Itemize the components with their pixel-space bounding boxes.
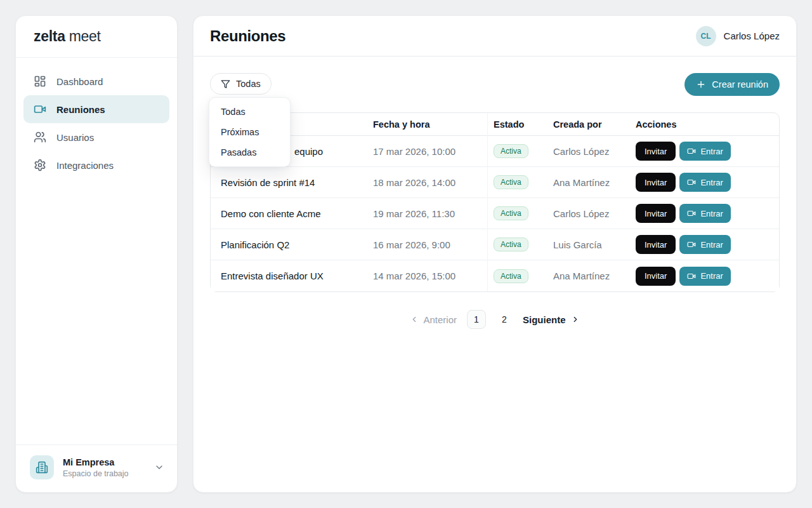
table-header-row: Fecha y hora Estado Creada por Acciones: [211, 113, 779, 136]
meeting-datetime: 17 mar 2026, 10:00: [373, 146, 494, 157]
page-title: Reuniones: [210, 27, 285, 45]
invite-button[interactable]: Invitar: [636, 173, 676, 192]
meeting-creator: Carlos López: [553, 208, 636, 219]
meeting-creator: Luis García: [553, 239, 636, 250]
sidebar-item-label: Reuniones: [56, 104, 105, 115]
sidebar-item-integraciones[interactable]: Integraciones: [23, 151, 169, 179]
table-row: Planificación Q2 16 mar 2026, 9:00 Activ…: [211, 229, 779, 260]
filter-button-label: Todas: [236, 79, 261, 89]
pagination-page-2[interactable]: 2: [496, 310, 513, 329]
video-camera-icon: [687, 272, 696, 281]
meeting-title: Entrevista diseñador UX: [211, 271, 373, 281]
status-badge: Activa: [494, 269, 528, 283]
table-row: Entrevista diseñador UX 14 mar 2026, 15:…: [211, 260, 779, 291]
meeting-title: Revisión de sprint #14: [211, 177, 373, 188]
sidebar-nav: Dashboard Reuniones Usuarios Integracion…: [16, 58, 177, 189]
filter-dropdown: Todas Próximas Pasadas: [209, 97, 291, 167]
invite-button[interactable]: Invitar: [636, 267, 676, 286]
workspace-name: Mi Empresa: [63, 457, 129, 467]
table-row: equipo 17 mar 2026, 10:00 Activa Carlos …: [211, 136, 779, 167]
chevron-right-icon: [571, 315, 580, 324]
video-camera-icon: [687, 240, 696, 249]
filter-funnel-icon: [221, 79, 230, 89]
video-camera-icon: [687, 209, 696, 218]
sidebar: zelta meet Dashboard Reuniones Usuarios …: [15, 15, 178, 493]
main-header: Reuniones CL Carlos López: [193, 16, 796, 57]
status-badge: Activa: [494, 206, 528, 220]
app-logo: zelta meet: [16, 16, 177, 58]
main-panel: Reuniones CL Carlos López Todas Crear re…: [193, 15, 797, 493]
join-button[interactable]: Entrar: [679, 204, 730, 223]
main-content: Todas Crear reunión Todas Próximas Pasad…: [193, 57, 796, 345]
filter-option-todas[interactable]: Todas: [209, 102, 290, 122]
pagination: Anterior 1 2 Siguiente: [210, 310, 780, 329]
table-row: Demo con cliente Acme 19 mar 2026, 11:30…: [211, 198, 779, 229]
status-badge: Activa: [494, 237, 528, 251]
building-icon: [30, 455, 54, 479]
meeting-title: Demo con cliente Acme: [211, 208, 373, 219]
filter-option-pasadas[interactable]: Pasadas: [209, 142, 290, 163]
filter-button[interactable]: Todas: [210, 73, 272, 95]
column-header-datetime: Fecha y hora: [373, 119, 494, 130]
meeting-creator: Ana Martínez: [553, 177, 636, 188]
meeting-datetime: 14 mar 2026, 15:00: [373, 271, 494, 281]
user-menu: CL Carlos López: [696, 26, 780, 46]
meeting-creator: Carlos López: [553, 146, 636, 157]
workspace-info: Mi Empresa Espacio de trabajo: [63, 457, 129, 478]
pagination-next[interactable]: Siguiente: [523, 314, 580, 325]
meeting-title: Planificación Q2: [211, 239, 373, 250]
create-meeting-button[interactable]: Crear reunión: [684, 73, 780, 96]
join-button[interactable]: Entrar: [679, 235, 730, 254]
video-camera-icon: [687, 147, 696, 156]
toolbar: Todas Crear reunión: [210, 73, 780, 96]
invite-button[interactable]: Invitar: [636, 235, 676, 254]
join-button[interactable]: Entrar: [679, 142, 730, 161]
gear-icon: [34, 159, 46, 171]
column-header-status: Estado: [494, 119, 553, 130]
join-button[interactable]: Entrar: [679, 267, 730, 286]
workspace-switcher[interactable]: Mi Empresa Espacio de trabajo: [16, 444, 177, 492]
column-header-actions: Acciones: [636, 119, 779, 130]
workspace-type: Espacio de trabajo: [63, 469, 129, 478]
video-camera-icon: [687, 178, 696, 187]
user-name: Carlos López: [724, 30, 780, 41]
join-button[interactable]: Entrar: [679, 173, 730, 192]
logo-bold: zelta: [34, 28, 65, 45]
sidebar-item-label: Usuarios: [56, 132, 94, 143]
sidebar-item-label: Dashboard: [56, 76, 103, 87]
pagination-page-1[interactable]: 1: [467, 310, 486, 329]
table-row: Revisión de sprint #14 18 mar 2026, 14:0…: [211, 167, 779, 198]
pagination-prev[interactable]: Anterior: [410, 314, 457, 325]
meeting-datetime: 19 mar 2026, 11:30: [373, 208, 494, 219]
chevron-down-icon: [154, 462, 164, 472]
dashboard-icon: [34, 75, 46, 88]
meeting-datetime: 16 mar 2026, 9:00: [373, 239, 494, 250]
invite-button[interactable]: Invitar: [636, 204, 676, 223]
create-meeting-label: Crear reunión: [712, 79, 768, 90]
status-badge: Activa: [494, 144, 528, 158]
meetings-table: Fecha y hora Estado Creada por Acciones …: [210, 112, 780, 292]
status-badge: Activa: [494, 175, 528, 189]
filter-option-proximas[interactable]: Próximas: [209, 122, 290, 142]
meeting-datetime: 18 mar 2026, 14:00: [373, 177, 494, 188]
video-camera-icon: [34, 103, 46, 116]
chevron-left-icon: [410, 315, 419, 324]
invite-button[interactable]: Invitar: [636, 142, 676, 161]
sidebar-item-dashboard[interactable]: Dashboard: [23, 67, 169, 95]
avatar: CL: [696, 26, 716, 46]
logo-light: meet: [69, 28, 101, 45]
meeting-creator: Ana Martínez: [553, 271, 636, 281]
sidebar-item-reuniones[interactable]: Reuniones: [23, 95, 169, 123]
column-header-creator: Creada por: [553, 119, 636, 130]
plus-icon: [696, 79, 706, 90]
sidebar-item-label: Integraciones: [56, 160, 114, 171]
sidebar-item-usuarios[interactable]: Usuarios: [23, 123, 169, 151]
column-divider: [487, 113, 488, 291]
users-icon: [34, 131, 46, 144]
